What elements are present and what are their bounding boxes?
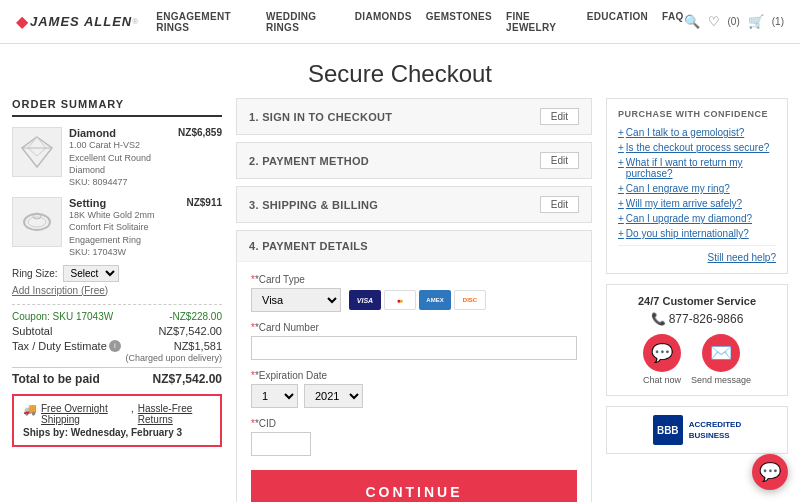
wishlist-icon[interactable]: ♡	[708, 14, 720, 29]
nav-education[interactable]: EDUCATION	[587, 11, 648, 33]
chat-now-button[interactable]: 💬 Chat now	[643, 334, 681, 385]
plus-icon-1: +	[618, 142, 624, 153]
confidence-item-0[interactable]: + Can I talk to a gemologist?	[618, 127, 776, 138]
ships-by-text: Ships by: Wednesday, February 3	[23, 427, 211, 438]
nav-engagement-rings[interactable]: ENGAGEMENT RINGS	[156, 11, 252, 33]
diamond-item-price: NZ$6,859	[178, 127, 222, 138]
logo[interactable]: ◆ JAMES ALLEN ®	[16, 12, 138, 31]
order-divider	[12, 304, 222, 305]
nav-wedding-rings[interactable]: WEDDING RINGS	[266, 11, 341, 33]
message-label: Send message	[691, 375, 751, 385]
checkout-steps-panel: 1. SIGN IN TO CHECKOUT Edit 2. PAYMENT M…	[236, 98, 592, 502]
ring-size-select[interactable]: Select	[63, 265, 119, 282]
confidence-item-2[interactable]: + What if I want to return my purchase?	[618, 157, 776, 179]
card-number-group: **Card Number	[251, 322, 577, 360]
step-3-title: 3. SHIPPING & BILLING	[249, 199, 378, 211]
main-nav: ENGAGEMENT RINGS WEDDING RINGS DIAMONDS …	[156, 11, 683, 33]
message-icon-circle: ✉️	[702, 334, 740, 372]
cid-group: **CID	[251, 418, 577, 456]
confidence-title: PURCHASE WITH CONFIDENCE	[618, 109, 776, 119]
plus-icon-2: +	[618, 157, 624, 179]
card-type-group: **Card Type Visa Mastercard American Exp…	[251, 274, 577, 312]
nav-faq[interactable]: FAQ	[662, 11, 683, 33]
step-4-header: 4. PAYMENT DETAILS	[237, 231, 591, 261]
shipping-highlight-box: 🚚 Free Overnight Shipping , Hassle-Free …	[12, 394, 222, 447]
card-icons-group: VISA ●● AMEX DISC	[349, 290, 486, 310]
bbb-text-block: ACCREDITED BUSINESS	[689, 419, 741, 441]
step-1-title: 1. SIGN IN TO CHECKOUT	[249, 111, 392, 123]
diamond-image	[12, 127, 62, 177]
expiration-label: **Expiration Date	[251, 370, 577, 381]
cart-icon[interactable]: 🛒	[748, 14, 764, 29]
tax-info-icon[interactable]: i	[109, 340, 121, 352]
chat-icon-circle: 💬	[643, 334, 681, 372]
confidence-item-4[interactable]: + Will my item arrive safely?	[618, 198, 776, 209]
send-message-button[interactable]: ✉️ Send message	[691, 334, 751, 385]
step-3-edit-button[interactable]: Edit	[540, 196, 579, 213]
card-type-select[interactable]: Visa Mastercard American Express Discove…	[251, 288, 341, 312]
step-4-title: 4. PAYMENT DETAILS	[249, 240, 368, 252]
add-inscription-link[interactable]: Add Inscription (Free)	[12, 285, 222, 296]
confidence-divider	[618, 245, 776, 246]
step-2-header: 2. PAYMENT METHOD Edit	[237, 143, 591, 178]
tax-value: NZ$1,581	[174, 340, 222, 352]
tax-label: Tax / Duty Estimate i	[12, 340, 121, 352]
nav-gemstones[interactable]: GEMSTONES	[426, 11, 492, 33]
shipping-free-link[interactable]: Free Overnight Shipping	[41, 403, 127, 425]
shipping-returns-link[interactable]: Hassle-Free Returns	[138, 403, 211, 425]
confidence-item-1[interactable]: + Is the checkout process secure?	[618, 142, 776, 153]
card-type-label: **Card Type	[251, 274, 577, 285]
cs-phone-number: 877-826-9866	[669, 312, 744, 326]
payment-details-form: **Card Type Visa Mastercard American Exp…	[237, 261, 591, 502]
amex-card-icon: AMEX	[419, 290, 451, 310]
order-item-setting: Setting 18K White Gold 2mm Comfort Fit S…	[12, 197, 222, 257]
setting-item-sku: SKU: 17043W	[69, 247, 182, 257]
setting-item-info: Setting 18K White Gold 2mm Comfort Fit S…	[69, 197, 222, 257]
card-number-label: **Card Number	[251, 322, 577, 333]
step-2-title: 2. PAYMENT METHOD	[249, 155, 369, 167]
continue-button[interactable]: CONTINUE	[251, 470, 577, 502]
plus-icon-6: +	[618, 228, 624, 239]
plus-icon-5: +	[618, 213, 624, 224]
subtotal-value: NZ$7,542.00	[158, 325, 222, 337]
confidence-item-3[interactable]: + Can I engrave my ring?	[618, 183, 776, 194]
diamond-item-desc: 1.00 Carat H-VS2 Excellent Cut Round Dia…	[69, 139, 174, 177]
logo-trademark: ®	[132, 17, 138, 26]
expiration-row: 1234 5678 9101112 20212022202320242025	[251, 384, 577, 408]
exp-month-select[interactable]: 1234 5678 9101112	[251, 384, 298, 408]
customer-service-box: 24/7 Customer Service 📞 877-826-9866 💬 C…	[606, 284, 788, 396]
total-divider	[12, 367, 222, 368]
still-need-help-link[interactable]: Still need help?	[618, 252, 776, 263]
nav-fine-jewelry[interactable]: FINE JEWELRY	[506, 11, 573, 33]
site-header: ◆ JAMES ALLEN ® ENGAGEMENT RINGS WEDDING…	[0, 0, 800, 44]
tax-note: (Charged upon delivery)	[12, 353, 222, 363]
step-2-edit-button[interactable]: Edit	[540, 152, 579, 169]
tax-row: Tax / Duty Estimate i NZ$1,581	[12, 340, 222, 352]
cs-phone-row: 📞 877-826-9866	[618, 312, 776, 326]
svg-marker-0	[22, 137, 52, 167]
setting-image	[12, 197, 62, 247]
coupon-row: Coupon: SKU 17043W -NZ$228.00	[12, 311, 222, 322]
cid-input[interactable]	[251, 432, 311, 456]
truck-icon: 🚚	[23, 403, 37, 416]
exp-year-select[interactable]: 20212022202320242025	[304, 384, 363, 408]
confidence-item-6[interactable]: + Do you ship internationally?	[618, 228, 776, 239]
ring-size-row: Ring Size: Select	[12, 265, 222, 282]
setting-item-desc: 18K White Gold 2mm Comfort Fit Solitaire…	[69, 209, 182, 247]
cs-action-buttons: 💬 Chat now ✉️ Send message	[618, 334, 776, 385]
search-icon[interactable]: 🔍	[684, 14, 700, 29]
plus-icon-4: +	[618, 198, 624, 209]
bbb-logo: BBB	[653, 415, 683, 445]
card-number-input[interactable]	[251, 336, 577, 360]
floating-chat-bubble[interactable]: 💬	[752, 454, 788, 490]
diamond-svg-icon	[19, 134, 55, 170]
step-1-edit-button[interactable]: Edit	[540, 108, 579, 125]
main-layout: ORDER SUMMARY Diamond 1.00 Carat H-VS2 E…	[0, 98, 800, 502]
confidence-item-5[interactable]: + Can I upgrade my diamond?	[618, 213, 776, 224]
wishlist-count: (0)	[728, 16, 740, 27]
total-value: NZ$7,542.00	[153, 372, 222, 386]
checkout-step-1: 1. SIGN IN TO CHECKOUT Edit	[236, 98, 592, 135]
checkout-step-3: 3. SHIPPING & BILLING Edit	[236, 186, 592, 223]
total-label: Total to be paid	[12, 372, 100, 386]
nav-diamonds[interactable]: DIAMONDS	[355, 11, 412, 33]
